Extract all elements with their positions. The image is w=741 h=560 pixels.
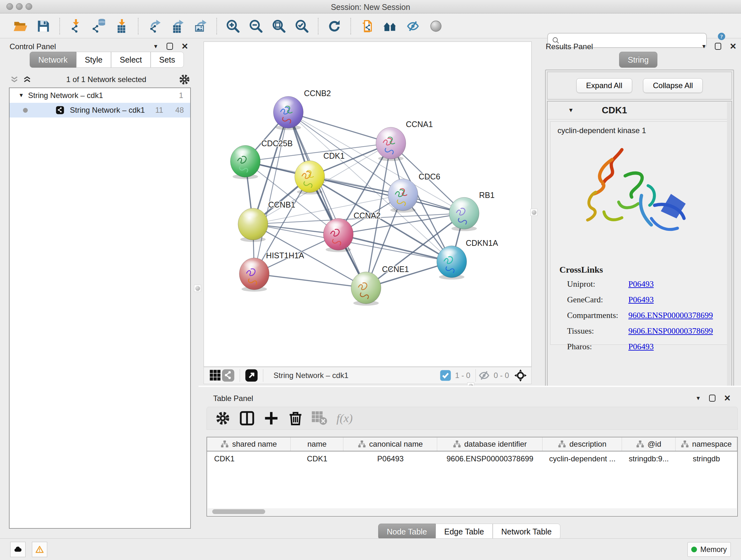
column-header--id[interactable]: @id bbox=[622, 437, 675, 451]
network-options-gear-icon[interactable] bbox=[178, 73, 191, 86]
column-header-namespace[interactable]: namespace bbox=[676, 437, 737, 451]
table-close-icon[interactable]: ✕ bbox=[724, 394, 731, 402]
node-label-ccne1: CCNE1 bbox=[382, 265, 409, 273]
tab-edge-table[interactable]: Edge Table bbox=[435, 523, 493, 540]
table-float-icon[interactable] bbox=[709, 395, 716, 401]
panel-collapse-icon[interactable]: ▼ bbox=[153, 44, 158, 49]
export-image-button[interactable] bbox=[192, 18, 209, 35]
table-cell[interactable]: stringdb:9... bbox=[622, 454, 675, 463]
network-collection-row[interactable]: ▼ String Network – cdk1 1 bbox=[10, 88, 190, 103]
delete-column-button[interactable] bbox=[287, 410, 304, 427]
node-ccne1[interactable] bbox=[351, 272, 381, 306]
crosslink-value-link[interactable]: P06493 bbox=[628, 295, 654, 305]
column-header-canonical-name[interactable]: canonical name bbox=[343, 437, 437, 451]
table-horizontal-scrollbar[interactable] bbox=[208, 508, 737, 515]
panel-close-icon[interactable]: ✕ bbox=[181, 42, 188, 51]
results-close-icon[interactable]: ✕ bbox=[730, 42, 737, 51]
network-share-icon[interactable] bbox=[222, 369, 234, 382]
zoom-out-button[interactable] bbox=[248, 18, 264, 35]
zoom-fit-button[interactable] bbox=[271, 18, 287, 35]
collapse-all-button[interactable]: Collapse All bbox=[643, 78, 703, 93]
expand-all-button[interactable]: Expand All bbox=[576, 78, 632, 93]
show-graphics-button[interactable] bbox=[428, 18, 444, 35]
table-collapse-icon[interactable]: ▼ bbox=[695, 395, 701, 401]
detach-view-icon[interactable] bbox=[245, 369, 258, 382]
right-splitter-handle[interactable] bbox=[530, 209, 537, 216]
edge-ccnb2-ccne1[interactable] bbox=[288, 112, 366, 288]
node-ccna1[interactable] bbox=[376, 127, 406, 161]
left-splitter-handle[interactable] bbox=[194, 285, 201, 292]
tab-select[interactable]: Select bbox=[111, 52, 150, 68]
edge-ccnb2-ccna1[interactable] bbox=[288, 112, 391, 143]
tab-network-table[interactable]: Network Table bbox=[493, 523, 560, 540]
edge-hist1h1a-ccne1[interactable] bbox=[254, 274, 366, 288]
results-collapse-icon[interactable]: ▼ bbox=[701, 44, 706, 49]
birds-eye-view-icon[interactable] bbox=[514, 369, 527, 382]
tab-network[interactable]: Network bbox=[30, 52, 76, 68]
table-cell[interactable]: P06493 bbox=[344, 454, 437, 463]
import-table-file-button[interactable] bbox=[114, 18, 130, 35]
table-cell[interactable]: CDK1 bbox=[207, 454, 291, 463]
tab-string[interactable]: String bbox=[619, 52, 657, 68]
results-float-icon[interactable] bbox=[715, 43, 721, 50]
save-session-button[interactable] bbox=[35, 18, 52, 35]
edge-ccnb2-hist1h1a[interactable] bbox=[254, 112, 288, 274]
tree-expander-icon[interactable]: ▼ bbox=[18, 92, 28, 99]
zoom-selected-button[interactable] bbox=[293, 18, 310, 35]
table-cell[interactable]: CDK1 bbox=[291, 454, 343, 463]
node-cdkn1a[interactable] bbox=[437, 246, 467, 280]
node-ccnb1[interactable] bbox=[238, 208, 268, 242]
refresh-view-button[interactable] bbox=[326, 18, 343, 35]
hidden-eye-icon[interactable] bbox=[478, 369, 490, 382]
node-hist1h1a[interactable] bbox=[239, 258, 269, 292]
node-rb1[interactable] bbox=[449, 197, 479, 231]
gene-expander-icon[interactable]: ▼ bbox=[568, 107, 574, 114]
hide-graphics-button[interactable] bbox=[405, 18, 421, 35]
cloud-status-button[interactable] bbox=[10, 542, 25, 557]
share-document-icon bbox=[360, 19, 374, 34]
selected-checkbox-icon[interactable] bbox=[439, 369, 452, 382]
import-network-database-button[interactable] bbox=[91, 18, 107, 35]
column-header-shared-name[interactable]: shared name bbox=[207, 437, 291, 451]
node-table[interactable]: shared namenamecanonical namedatabase id… bbox=[206, 437, 738, 516]
table-cell[interactable]: 9606.ENSP00000378699 bbox=[437, 454, 542, 463]
grid-view-icon[interactable] bbox=[209, 369, 222, 382]
add-column-button[interactable] bbox=[263, 410, 280, 427]
column-header-description[interactable]: description bbox=[542, 437, 622, 451]
panel-float-icon[interactable] bbox=[166, 43, 173, 50]
crosslink-value-link[interactable]: 9606.ENSP00000378699 bbox=[628, 311, 713, 320]
gene-section-header[interactable]: ▼ CDK1 bbox=[548, 102, 731, 119]
tab-style[interactable]: Style bbox=[76, 52, 111, 68]
string-network-graph[interactable]: CCNB2CCNA1CDC25BCDK1CDC6RB1CCNB1CCNA2CDK… bbox=[204, 42, 531, 367]
node-table-header: shared namenamecanonical namedatabase id… bbox=[207, 437, 737, 451]
tab-node-table[interactable]: Node Table bbox=[378, 523, 435, 540]
collapse-all-icon[interactable] bbox=[9, 75, 20, 84]
column-header-database-identifier[interactable]: database identifier bbox=[437, 437, 542, 451]
share-document-button[interactable] bbox=[359, 18, 375, 35]
table-cell[interactable]: cyclin-dependent ... bbox=[542, 454, 622, 463]
node-cdc25b[interactable] bbox=[230, 145, 260, 179]
open-session-button[interactable] bbox=[12, 18, 29, 35]
column-header-name[interactable]: name bbox=[291, 437, 343, 451]
zoom-in-button[interactable] bbox=[225, 18, 241, 35]
node-ccna2[interactable] bbox=[323, 219, 353, 252]
table-cell[interactable]: stringdb bbox=[676, 454, 737, 463]
crosslink-value-link[interactable]: P06493 bbox=[628, 342, 654, 352]
crosslink-value-link[interactable]: 9606.ENSP00000378699 bbox=[628, 326, 713, 336]
export-network-button[interactable] bbox=[146, 18, 163, 35]
warning-status-button[interactable] bbox=[32, 542, 47, 557]
table-settings-button[interactable] bbox=[214, 410, 231, 427]
string-home-button[interactable] bbox=[382, 18, 398, 35]
network-canvas[interactable]: CCNB2CCNA1CDC25BCDK1CDC6RB1CCNB1CCNA2CDK… bbox=[204, 42, 532, 367]
split-columns-button[interactable] bbox=[239, 410, 255, 427]
export-table-button[interactable] bbox=[169, 18, 186, 35]
memory-button[interactable]: Memory bbox=[687, 542, 731, 557]
tab-sets[interactable]: Sets bbox=[151, 52, 184, 68]
crosslink-value-link[interactable]: P06493 bbox=[628, 279, 654, 289]
tree-attr-icon bbox=[636, 440, 644, 448]
table-row[interactable]: CDK1CDK1P064939606.ENSP00000378699cyclin… bbox=[207, 451, 737, 466]
network-row-selected[interactable]: String Network – cdk1 11 48 bbox=[10, 103, 190, 118]
import-network-file-button[interactable] bbox=[68, 18, 84, 35]
expand-all-icon[interactable] bbox=[22, 75, 32, 84]
results-vertical-scrollbar[interactable] bbox=[727, 102, 731, 406]
